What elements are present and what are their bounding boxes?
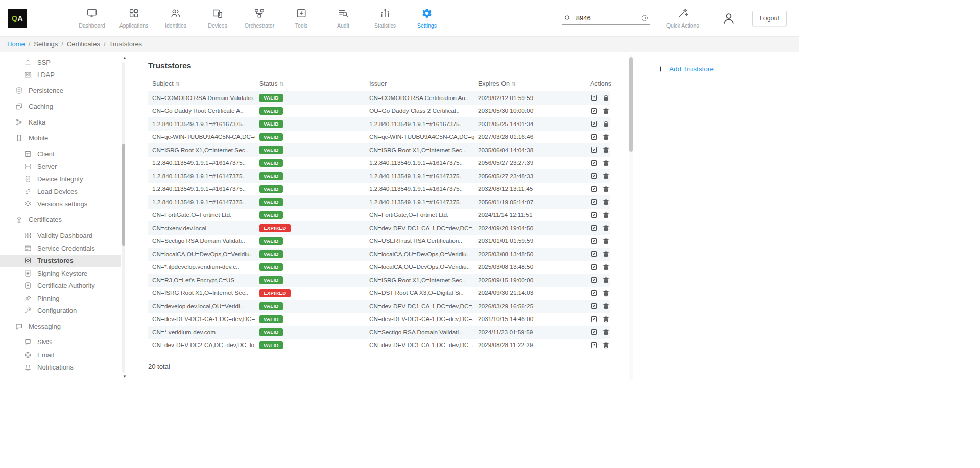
view-truststore-button[interactable] <box>590 237 598 245</box>
sidebar-item-truststores[interactable]: Truststores <box>0 255 121 267</box>
column-header-status[interactable]: Status⇅ <box>255 77 365 91</box>
nav-item-devices[interactable]: Devices <box>197 8 238 29</box>
view-truststore-button[interactable] <box>590 159 598 167</box>
delete-truststore-button[interactable] <box>602 263 610 271</box>
email-icon <box>24 351 32 359</box>
sidebar-item-notifications[interactable]: Notifications <box>0 361 121 374</box>
quick-actions-button[interactable]: Quick Actions <box>664 8 701 29</box>
delete-truststore-button[interactable] <box>602 172 610 180</box>
delete-truststore-button[interactable] <box>602 146 610 154</box>
cell-actions <box>586 195 610 209</box>
sidebar-item-versions-settings[interactable]: Versions settings <box>0 198 121 211</box>
view-truststore-button[interactable] <box>590 263 598 271</box>
view-truststore-button[interactable] <box>590 107 598 115</box>
sidebar-item-persistence[interactable]: Persistence <box>0 85 121 97</box>
view-truststore-button[interactable] <box>590 133 598 141</box>
orchestrator-icon <box>254 8 265 19</box>
delete-truststore-button[interactable] <box>602 120 610 128</box>
delete-truststore-button[interactable] <box>602 341 610 349</box>
sidebar-item-certificate-authority[interactable]: Certificate Authority <box>0 280 121 292</box>
delete-truststore-button[interactable] <box>602 224 610 232</box>
sidebar-item-sms[interactable]: SMS <box>0 336 121 349</box>
view-truststore-button[interactable] <box>590 341 598 349</box>
view-truststore-button[interactable] <box>590 289 598 297</box>
table-scrollbar-thumb[interactable] <box>629 57 633 152</box>
breadcrumb-item-home[interactable]: Home <box>7 40 25 48</box>
view-truststore-button[interactable] <box>590 302 598 310</box>
sidebar-item-messaging[interactable]: Messaging <box>0 321 121 333</box>
view-truststore-button[interactable] <box>590 185 598 193</box>
nav-item-applications[interactable]: Applications <box>113 8 155 29</box>
delete-truststore-button[interactable] <box>602 185 610 193</box>
nav-item-orchestrator[interactable]: Orchestrator <box>238 8 280 29</box>
delete-truststore-button[interactable] <box>602 159 610 167</box>
add-truststore-button[interactable]: Add Truststore <box>657 65 714 73</box>
nav-item-audit[interactable]: Audit <box>322 8 364 29</box>
delete-truststore-button[interactable] <box>602 276 610 284</box>
view-truststore-button[interactable] <box>590 224 598 232</box>
sidebar-scroll-up-arrow[interactable]: ▲ <box>123 56 127 60</box>
view-truststore-button[interactable] <box>590 315 598 323</box>
delete-truststore-button[interactable] <box>602 94 610 102</box>
cell-subject: CN=develop.dev.local,OU=Veridi.. <box>148 300 255 313</box>
view-truststore-button[interactable] <box>590 146 598 154</box>
clear-search-icon[interactable] <box>641 14 649 22</box>
sidebar-scroll-down-arrow[interactable]: ▼ <box>123 375 127 379</box>
sidebar-item-signing-keystore[interactable]: Signing Keystore <box>0 267 121 280</box>
nav-item-statistics[interactable]: Statistics <box>364 8 406 29</box>
sidebar-item-server[interactable]: Server <box>0 160 121 173</box>
delete-truststore-button[interactable] <box>602 107 610 115</box>
sidebar-item-device-integrity[interactable]: Device Integrity <box>0 173 121 186</box>
view-truststore-button[interactable] <box>590 328 598 336</box>
cell-subject: CN=ctxenv.dev.local <box>148 221 255 235</box>
view-truststore-button[interactable] <box>590 250 598 258</box>
sidebar-item-validity-dashboard[interactable]: Validity Dashboard <box>0 230 121 242</box>
sidebar-item-certificates[interactable]: Certificates <box>0 214 121 227</box>
sidebar-item-ldap[interactable]: LDAP <box>0 69 121 82</box>
sidebar-item-client[interactable]: Client <box>0 148 121 161</box>
view-truststore-button[interactable] <box>590 94 598 102</box>
sidebar-item-service-credentials[interactable]: Service Credentials <box>0 242 121 255</box>
column-header-subject[interactable]: Subject⇅ <box>148 77 255 91</box>
nav-item-tools[interactable]: Tools <box>280 8 322 29</box>
view-truststore-button[interactable] <box>590 211 598 219</box>
delete-truststore-button[interactable] <box>602 211 610 219</box>
view-truststore-button[interactable] <box>590 172 598 180</box>
sidebar-item-label: Certificate Authority <box>37 282 95 289</box>
breadcrumb-item-certificates[interactable]: Certificates <box>67 40 100 48</box>
nav-item-identities[interactable]: Identities <box>155 8 197 29</box>
sidebar-item-pinning[interactable]: Pinning <box>0 292 121 305</box>
cell-actions <box>586 326 610 339</box>
sidebar-item-email[interactable]: Email <box>0 349 121 361</box>
nav-item-dashboard[interactable]: Dashboard <box>71 8 113 29</box>
delete-truststore-button[interactable] <box>602 315 610 323</box>
sidebar-item-mobile[interactable]: Mobile <box>0 132 121 145</box>
nav-item-settings[interactable]: Settings <box>406 8 448 29</box>
view-truststore-button[interactable] <box>590 120 598 128</box>
delete-truststore-button[interactable] <box>602 250 610 258</box>
search-input[interactable] <box>576 14 641 22</box>
view-truststore-button[interactable] <box>590 276 598 284</box>
sidebar-item-kafka[interactable]: Kafka <box>0 116 121 129</box>
view-truststore-button[interactable] <box>590 198 598 206</box>
sidebar-item-label: Server <box>37 163 57 170</box>
user-profile-icon[interactable] <box>722 11 736 26</box>
logout-button[interactable]: Logout <box>752 11 787 26</box>
sidebar-item-load-devices[interactable]: Load Devices <box>0 185 121 198</box>
sidebar-item-label: Client <box>37 150 54 158</box>
delete-truststore-button[interactable] <box>602 328 610 336</box>
sidebar-scrollbar-thumb[interactable] <box>122 144 125 246</box>
column-header-expires-on[interactable]: Expires On⇅ <box>474 77 586 91</box>
sidebar-item-configuration[interactable]: Configuration <box>0 305 121 317</box>
cell-status: VALID <box>255 339 365 352</box>
delete-truststore-button[interactable] <box>602 133 610 141</box>
breadcrumb-item-settings[interactable]: Settings <box>34 40 58 48</box>
delete-truststore-button[interactable] <box>602 289 610 297</box>
sidebar-item-ssp[interactable]: SSP <box>0 56 121 69</box>
cell-status: VALID <box>255 91 365 105</box>
sidebar-item-caching[interactable]: Caching <box>0 101 121 113</box>
delete-truststore-button[interactable] <box>602 198 610 206</box>
delete-truststore-button[interactable] <box>602 302 610 310</box>
delete-truststore-button[interactable] <box>602 237 610 245</box>
status-badge: VALID <box>259 185 283 193</box>
